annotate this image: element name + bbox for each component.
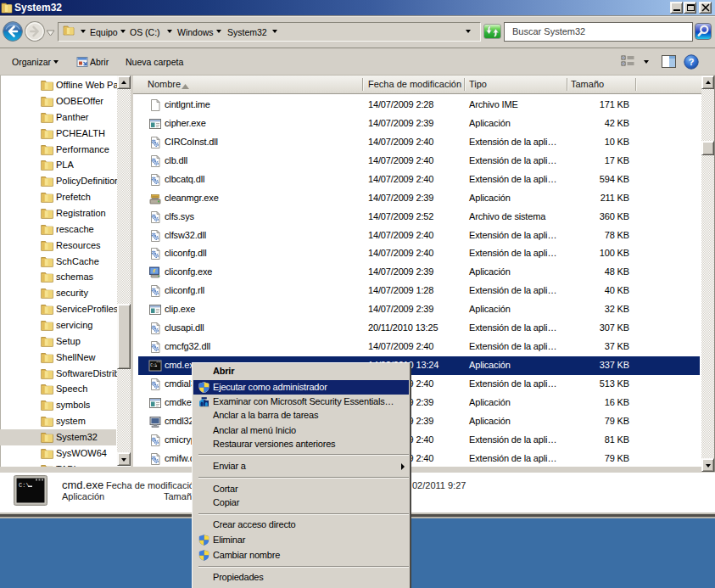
svg-text:C:\: C:\	[150, 363, 157, 367]
svg-text:?: ?	[689, 57, 695, 67]
svg-text:C:\: C:\	[19, 482, 30, 489]
